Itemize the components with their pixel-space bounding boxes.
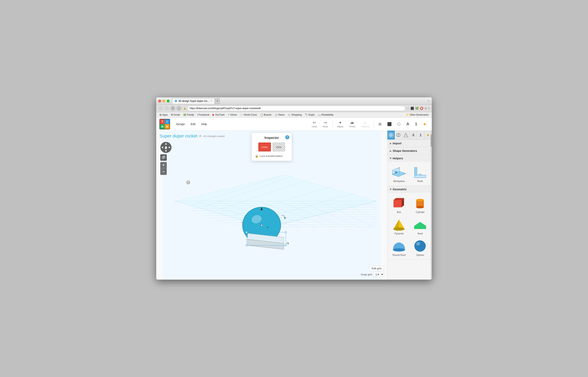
design-area: Super duper rocket ⟳ All changes saved ? [156,130,432,280]
close-button[interactable] [158,100,161,102]
bookmark-gmail[interactable]: M Gmail [170,113,181,117]
tab-favicon-icon: 🔷 [175,100,177,102]
edit-grid-button[interactable]: Edit grid [369,266,384,271]
redo-button[interactable]: ↪ Redo [321,119,330,129]
inspector-colors: Color Hole [255,142,289,152]
cylinder-label: Cylinder [416,211,425,214]
undo-button[interactable]: ↩ Undo [310,119,319,129]
extension-icon[interactable]: ⬛ [411,107,414,110]
design-menu[interactable]: Design [173,121,188,127]
3d-view-btn[interactable]: ⬛ [385,121,394,128]
shape-generators-header[interactable]: ▶ Shape Generators [387,147,432,154]
star-btn[interactable]: ★ [421,120,429,128]
minimize-button[interactable] [162,100,165,102]
minimize-window-icon[interactable]: ⤡ [427,99,430,103]
refresh-button[interactable]: ↻ [171,106,175,111]
snap-grid-select[interactable]: 1.0 0.5 0.1 [373,272,384,277]
new-tab-button[interactable]: + [215,98,220,104]
opera-icon[interactable]: ⊗ [425,107,427,110]
svg-point-40 [246,245,247,246]
bookmark-explo[interactable]: 🔭 Explo [304,113,316,117]
panel-tab-text[interactable]: A [410,130,417,140]
helpers-content: W Workplane [387,162,432,186]
undo-label: Undo [312,125,317,128]
adjust-label: Adjust [337,125,343,128]
number-btn[interactable]: 1 [413,120,419,128]
panel-tab-grid[interactable] [387,130,395,140]
help-menu[interactable]: Help [198,121,210,127]
import-section-header[interactable]: ▶ Import [387,140,432,147]
bookmark-readability[interactable]: 📖 Readability [317,113,335,117]
helpers-header[interactable]: ▶ Helpers [387,155,432,162]
tab-close-button[interactable]: ✕ [210,100,212,102]
bookmark-vimeo[interactable]: V Vimeo [227,113,238,117]
bookmark-worldclock[interactable]: 🕐 World Clock [239,113,258,117]
svg-rect-58 [389,133,391,135]
menu-icon[interactable]: ≡ [428,107,430,110]
bookmark-boards[interactable]: 📋 Boards [259,113,273,117]
color-button[interactable]: Color [258,142,271,152]
shape-item-round-roof[interactable]: Round Roof [390,238,409,257]
active-tab[interactable]: 🔷 3D design Super duper roc... ✕ [172,98,215,104]
clock-icon: 🕐 [240,113,243,116]
star-icon[interactable]: ☆ [407,107,409,110]
zoom-in-button[interactable]: + [160,162,167,168]
bookmark-facebook[interactable]: f Facebook [196,113,211,117]
home-button[interactable]: ⌂ [176,106,181,111]
bookmark-explo-label: Explo [309,113,315,116]
back-button[interactable]: ‹ [158,106,163,111]
bookmark-feedly[interactable]: 🌿 Feedly [182,113,195,117]
inspector-lock[interactable]: 🔒 Lock transformation [255,154,289,157]
round-roof-label: Round Roof [392,254,405,257]
extension2-icon[interactable]: ⭕ [420,107,423,110]
shape-generators-label: Shape Generators [393,149,417,153]
scrollbar-thumb[interactable] [430,135,432,147]
bookmark-news[interactable]: 📰 News [273,113,286,117]
url-input[interactable] [187,106,405,111]
view-cube-btn[interactable]: ⊞ [377,121,384,128]
shape-item-pyramid[interactable]: Pyramid [390,216,409,236]
shape-item-box[interactable]: Box [390,195,409,214]
canvas-wrapper[interactable]: Super duper rocket ⟳ All changes saved ? [156,130,387,280]
shape-item-ruler[interactable]: mm Ruler [411,164,430,183]
nav-cube[interactable] [160,142,172,153]
shape-item-roof[interactable]: Roof [411,216,430,236]
panel-tab-number[interactable]: 1 [417,130,425,140]
maximize-button[interactable] [167,100,170,102]
geometric-header[interactable]: ▶ Geometric [387,186,432,193]
feedly-icon[interactable]: 🌿 [415,107,419,110]
help-bubble[interactable]: ? [186,180,190,184]
adjust-button[interactable]: ✦ Adjust [335,119,345,129]
tinkercad-logo[interactable]: T I N K [159,119,170,129]
perspective-view-btn[interactable] [160,154,167,161]
right-panel: A 1 ★ ▶ Import ▶ Shape Generators [387,130,432,280]
box-label: Box [397,211,401,214]
shape-item-cylinder[interactable]: Cylinder [411,195,430,214]
shape-item-workplane[interactable]: W Workplane [390,164,409,183]
color-label: Color [261,146,268,149]
edit-menu[interactable]: Edit [188,121,198,127]
zoom-controls: + − [160,162,172,175]
svg-rect-76 [415,175,426,177]
group-button[interactable]: ⛰ Group [347,119,357,129]
sync-icon[interactable]: ⟳ [199,134,202,138]
tab-title: 3D design Super duper roc... [178,100,209,102]
panel-tab-mesh[interactable] [402,130,410,140]
readability-icon: 📖 [318,113,321,116]
panel-tab-cube[interactable] [395,130,402,140]
wireframe-btn[interactable]: ⬡ [395,121,403,128]
bookmark-apps[interactable]: ⊞ Apps [158,113,169,117]
bookmark-shopping[interactable]: 🛒 Shopping [286,113,303,117]
secure-icon: 🔒 [183,107,186,110]
shape-item-sphere[interactable]: Sphere [411,238,430,257]
other-bookmarks[interactable]: 📁 Other Bookmarks [405,113,430,117]
text-icon: A [406,122,409,126]
forward-button[interactable]: › [164,106,169,111]
hole-button[interactable]: Hole [272,142,285,152]
text-btn[interactable]: A [404,120,411,128]
bookmark-youtube[interactable]: ▶ YouTube [211,113,226,117]
inspector-help-button[interactable]: ? [285,135,289,139]
zoom-out-button[interactable]: − [160,168,167,175]
url-actions: ☆ ⬛ 🌿 ⭕ ⊗ ≡ [407,107,430,110]
ungroup-button[interactable]: △ Ungroup [359,119,371,129]
